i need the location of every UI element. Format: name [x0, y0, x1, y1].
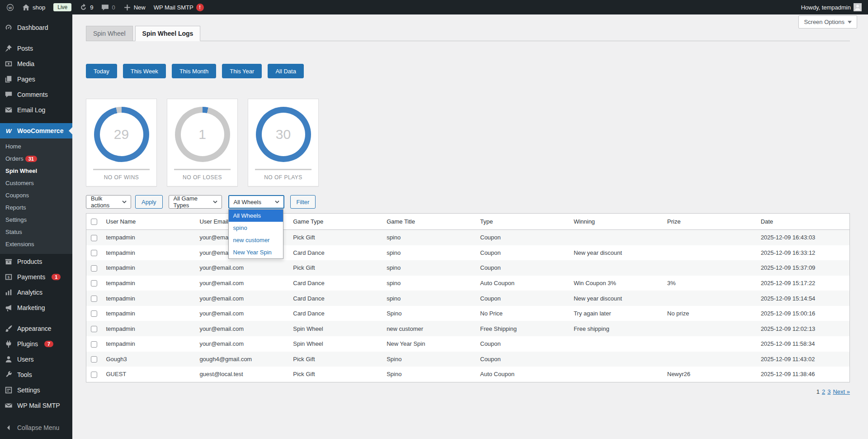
row-checkbox[interactable] — [91, 356, 97, 363]
site-link[interactable]: shop — [22, 4, 45, 11]
table-row: tempadminyour@email.comSpin Wheelnew cus… — [86, 321, 850, 336]
submenu-item-home[interactable]: Home — [0, 140, 72, 153]
table-cell — [569, 260, 663, 276]
row-checkbox[interactable] — [91, 235, 97, 241]
comment-icon — [5, 91, 13, 99]
sidebar-item-users[interactable]: Users — [0, 352, 72, 367]
table-cell — [663, 336, 756, 352]
row-checkbox[interactable] — [91, 326, 97, 332]
table-cell: No Price — [476, 306, 569, 321]
sidebar-item-analytics[interactable]: Analytics — [0, 285, 72, 300]
live-badge[interactable]: Live — [53, 3, 71, 11]
row-checkbox[interactable] — [91, 310, 97, 317]
sidebar-item-settings[interactable]: Settings — [0, 382, 72, 398]
page-link-3[interactable]: 3 — [827, 388, 830, 395]
select-all-checkbox[interactable] — [91, 219, 97, 225]
submenu-item-reports[interactable]: Reports — [0, 201, 72, 214]
sidebar-item-pages[interactable]: Pages — [0, 72, 72, 87]
filter-button[interactable]: Filter — [290, 195, 316, 209]
table-row: tempadminyour@email.comCard DancespinoCo… — [86, 245, 850, 261]
column-header-type: Type — [476, 214, 569, 230]
wheels-option-new-customer[interactable]: new customer — [229, 234, 283, 246]
sidebar-item-email-log[interactable]: Email Log — [0, 102, 72, 118]
this-week-button[interactable]: This Week — [123, 64, 166, 78]
sidebar-item-label: Marketing — [17, 304, 45, 311]
sidebar-item-marketing[interactable]: Marketing — [0, 300, 72, 315]
table-cell: spino — [382, 276, 476, 291]
this-month-button[interactable]: This Month — [172, 64, 216, 78]
sidebar-item-wp-mail-smtp[interactable]: WP Mail SMTP — [0, 398, 72, 413]
tab-spin-wheel-logs[interactable]: Spin Wheel Logs — [135, 26, 201, 41]
this-year-button[interactable]: This Year — [222, 64, 262, 78]
sidebar-item-tools[interactable]: Tools — [0, 367, 72, 382]
account-menu[interactable]: Howdy, tempadmin — [801, 3, 862, 11]
screen-options-button[interactable]: Screen Options — [798, 15, 857, 29]
row-checkbox[interactable] — [91, 341, 97, 348]
sidebar-item-payments[interactable]: $ Payments 1 — [0, 269, 72, 285]
comments-indicator[interactable]: 0 — [101, 4, 115, 11]
wp-mail-smtp-menu[interactable]: WP Mail SMTP ! — [154, 4, 204, 11]
table-cell: Free shipping — [569, 321, 663, 336]
loses-label: NO OF LOSES — [174, 169, 231, 186]
sidebar-item-plugins[interactable]: Plugins 7 — [0, 336, 72, 352]
collapse-menu-button[interactable]: Collapse Menu — [0, 420, 72, 435]
payments-count-badge: 1 — [52, 274, 61, 280]
all-data-button[interactable]: All Data — [268, 64, 304, 78]
game-types-select[interactable]: All Game Types — [169, 195, 222, 209]
wordpress-menu[interactable]: W — [6, 4, 14, 11]
sidebar-item-products[interactable]: Products — [0, 254, 72, 269]
row-checkbox[interactable] — [91, 265, 97, 272]
table-cell: 2025-12-09 11:58:34 — [756, 336, 850, 352]
sidebar-item-comments[interactable]: Comments — [0, 87, 72, 102]
table-cell: tempadmin — [102, 306, 195, 321]
table-cell: Pick Gift — [288, 230, 382, 245]
submenu-item-orders[interactable]: Orders31 — [0, 153, 72, 165]
sidebar-item-media[interactable]: Media — [0, 56, 72, 72]
sidebar-item-label: Settings — [17, 387, 40, 394]
new-content-menu[interactable]: New — [123, 4, 146, 11]
bulk-actions-select[interactable]: Bulk actions — [86, 195, 131, 209]
page-link-2[interactable]: 2 — [822, 388, 825, 395]
box-icon — [5, 258, 13, 266]
sidebar-item-label: Users — [17, 356, 34, 363]
submenu-item-status[interactable]: Status — [0, 226, 72, 238]
wheels-select[interactable]: All Wheels — [228, 195, 284, 209]
table-cell: spino — [382, 291, 476, 306]
submenu-item-settings[interactable]: Settings — [0, 214, 72, 226]
table-cell — [663, 321, 756, 336]
table-cell: Free Shipping — [476, 321, 569, 336]
user-icon — [5, 355, 13, 363]
table-filter-bar: Bulk actions Apply All Game Types All Wh… — [86, 195, 850, 209]
next-page-link[interactable]: Next » — [833, 388, 850, 395]
row-checkbox[interactable] — [91, 296, 97, 302]
submenu-item-extensions[interactable]: Extensions — [0, 238, 72, 250]
wheels-option-all-wheels[interactable]: All Wheels — [229, 210, 283, 222]
smtp-label: WP Mail SMTP — [154, 4, 193, 11]
wheels-option-spino[interactable]: spino — [229, 222, 283, 234]
table-cell: 2025-12-09 15:14:54 — [756, 291, 850, 306]
sidebar-item-label: WooCommerce — [17, 127, 63, 134]
screen-options-label: Screen Options — [804, 19, 844, 25]
sidebar-item-appearance[interactable]: Appearance — [0, 321, 72, 336]
wheels-option-new-year-spin[interactable]: New Year Spin — [229, 246, 283, 258]
sidebar-item-posts[interactable]: Posts — [0, 41, 72, 56]
submenu-item-customers[interactable]: Customers — [0, 177, 72, 189]
sidebar-item-woocommerce[interactable]: W WooCommerce — [0, 123, 72, 138]
apply-button[interactable]: Apply — [135, 195, 163, 209]
home-icon — [22, 4, 30, 11]
submenu-item-coupons[interactable]: Coupons — [0, 189, 72, 201]
table-cell: 2025-12-09 12:02:13 — [756, 321, 850, 336]
submenu-item-spin-wheel[interactable]: Spin Wheel — [0, 165, 72, 177]
table-row: GUESTguest@local.testPick GiftSpinoAuto … — [86, 367, 850, 382]
smtp-alert-badge: ! — [196, 4, 204, 11]
table-cell: tempadmin — [102, 291, 195, 306]
column-header-game-type: Game Type — [288, 214, 382, 230]
updates-indicator[interactable]: 9 — [80, 4, 93, 11]
row-checkbox[interactable] — [91, 280, 97, 286]
row-checkbox[interactable] — [91, 250, 97, 256]
row-checkbox[interactable] — [91, 372, 97, 378]
sidebar-item-dashboard[interactable]: Dashboard — [0, 20, 72, 35]
table-cell — [663, 291, 756, 306]
tab-spin-wheel[interactable]: Spin Wheel — [86, 26, 133, 41]
today-button[interactable]: Today — [86, 64, 117, 78]
